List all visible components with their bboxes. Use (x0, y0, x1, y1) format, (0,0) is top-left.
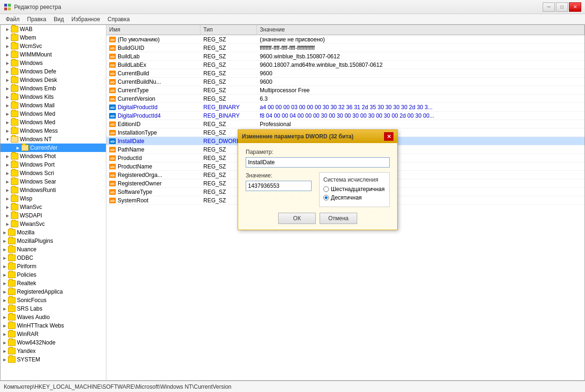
radio-hex-label: Шестнадцатеричная (331, 186, 385, 192)
param-input[interactable] (246, 157, 390, 168)
dialog-title: Изменение параметра DWORD (32 бита) (242, 133, 353, 140)
radio-dec[interactable]: Десятичная (323, 194, 385, 201)
radio-circle-hex (323, 186, 329, 192)
value-input[interactable] (246, 181, 312, 191)
value-label: Значение: (246, 172, 312, 179)
dialog-title-bar: Изменение параметра DWORD (32 бита) ✕ (238, 130, 397, 143)
cancel-button[interactable]: Отмена (320, 213, 357, 224)
dialog-body: Параметр: Значение: Система исчисления Ш… (238, 143, 397, 230)
dialog-overlay: Изменение параметра DWORD (32 бита) ✕ Па… (0, 0, 585, 392)
dialog-close-button[interactable]: ✕ (384, 132, 393, 141)
numtype-section: Система исчисления Шестнадцатеричная Дес… (319, 172, 390, 207)
dialog-buttons: ОК Отмена (246, 213, 390, 224)
radio-hex[interactable]: Шестнадцатеричная (323, 186, 385, 192)
radio-dec-label: Десятичная (331, 194, 362, 201)
dialog-row: Значение: Система исчисления Шестнадцате… (246, 172, 390, 207)
param-label: Параметр: (246, 149, 390, 155)
dword-dialog: Изменение параметра DWORD (32 бита) ✕ Па… (238, 129, 398, 230)
value-section: Значение: (246, 172, 312, 207)
ok-button[interactable]: ОК (278, 213, 316, 224)
numtype-title: Система исчисления (323, 176, 385, 183)
radio-circle-dec (323, 195, 329, 200)
